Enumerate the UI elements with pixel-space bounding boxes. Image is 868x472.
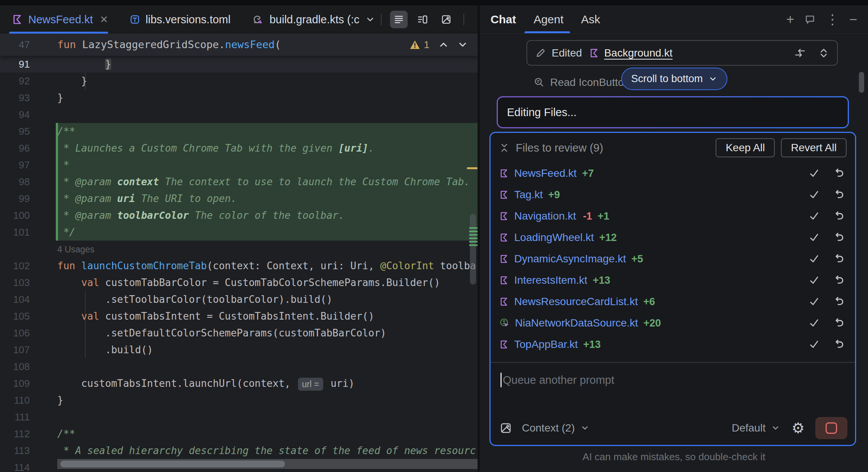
tab-newsfeed-kt[interactable]: NewsFeed.kt ✕ xyxy=(8,5,112,34)
file-link[interactable]: Tag.kt xyxy=(514,189,543,201)
keep-file-check-icon[interactable] xyxy=(808,232,820,243)
keep-file-check-icon[interactable] xyxy=(808,296,820,307)
text-caret xyxy=(500,373,502,387)
active-chat-tab-indicator xyxy=(525,31,570,33)
chevron-down-icon[interactable] xyxy=(366,15,375,24)
file-link[interactable]: NewsResourceCardList.kt xyxy=(514,296,638,308)
next-issue-icon[interactable] xyxy=(458,40,468,50)
code-line: 103 val customTabBarColor = CustomTabCol… xyxy=(0,274,478,291)
code-text: .setToolbarColor(toolbarColor).build() xyxy=(57,291,478,308)
keep-file-check-icon[interactable] xyxy=(808,210,820,222)
minimize-panel-icon[interactable]: − xyxy=(849,13,857,26)
scrollbar-added-mark xyxy=(469,244,478,246)
line-number: 109 xyxy=(0,378,57,390)
ai-chat-panel: Chat Agent Ask + ⋮ − Edited xyxy=(480,5,868,472)
line-number: 106 xyxy=(0,327,57,339)
edited-label: Edited xyxy=(552,47,582,59)
removed-count: -1 xyxy=(583,210,592,222)
tab-libs-versions-toml[interactable]: libs.versions.toml xyxy=(126,5,234,34)
collapse-icon[interactable] xyxy=(499,142,510,153)
tab-ask[interactable]: Ask xyxy=(581,13,600,26)
keep-file-check-icon[interactable] xyxy=(808,317,820,329)
file-review-row[interactable]: TopAppBar.kt+13 xyxy=(491,334,855,355)
file-review-row[interactable]: NiaNetworkDataSource.kt+20 xyxy=(491,312,855,334)
model-selector-label[interactable]: Default xyxy=(732,422,766,434)
line-number: 92 xyxy=(0,75,57,87)
revert-file-icon[interactable] xyxy=(833,232,844,243)
revert-file-icon[interactable] xyxy=(833,339,844,350)
kotlin-file-icon xyxy=(11,14,23,25)
editor-vertical-scrollbar[interactable] xyxy=(470,214,476,284)
file-review-row[interactable]: DynamicAsyncImage.kt+5 xyxy=(491,248,855,270)
gutter-change-marker xyxy=(56,224,58,241)
scroll-to-bottom-button[interactable]: Scroll to bottom xyxy=(621,68,727,90)
keep-file-check-icon[interactable] xyxy=(808,168,820,179)
file-review-row[interactable]: NewsResourceCardList.kt+6 xyxy=(491,291,855,312)
file-review-row[interactable]: NewsFeed.kt+7 xyxy=(491,163,855,184)
new-chat-icon[interactable]: + xyxy=(786,13,794,26)
tab-chat[interactable]: Chat xyxy=(491,13,516,26)
code-line: 92 } xyxy=(0,73,478,89)
chevron-down-icon[interactable] xyxy=(580,424,589,433)
edited-file-card[interactable]: Edited Background.kt xyxy=(526,40,838,66)
tab-build-gradle-kts[interactable]: build.gradle.kts (:c xyxy=(248,5,378,34)
kebab-menu-icon[interactable]: ⋮ xyxy=(826,13,839,26)
line-number: 91 xyxy=(0,58,57,70)
context-selector-label[interactable]: Context (2) xyxy=(522,422,575,434)
revert-file-icon[interactable] xyxy=(833,296,844,307)
revert-all-button[interactable]: Revert All xyxy=(781,138,847,157)
editor-horizontal-scrollbar-track[interactable] xyxy=(57,459,478,469)
chat-header: Chat Agent Ask + ⋮ − xyxy=(480,5,868,34)
close-tab-icon[interactable]: ✕ xyxy=(100,14,108,26)
line-number: 98 xyxy=(0,176,57,188)
edited-file-link[interactable]: Background.kt xyxy=(604,47,672,59)
scrollbar-added-mark xyxy=(469,241,478,242)
file-review-row[interactable]: InterestsItem.kt+13 xyxy=(491,270,855,291)
revert-file-icon[interactable] xyxy=(833,253,844,265)
editor-more-options-button[interactable]: ⋮ xyxy=(473,11,478,28)
chat-history-icon[interactable] xyxy=(804,14,816,25)
attach-image-icon[interactable] xyxy=(500,422,512,434)
keep-file-check-icon[interactable] xyxy=(808,339,820,350)
expand-collapse-icon[interactable] xyxy=(818,47,829,59)
file-review-row[interactable]: Tag.kt+9 xyxy=(491,184,855,205)
file-link[interactable]: DynamicAsyncImage.kt xyxy=(514,253,626,265)
tab-agent[interactable]: Agent xyxy=(534,13,564,26)
editor-view-split-button[interactable] xyxy=(414,11,431,28)
stop-button[interactable] xyxy=(815,417,847,439)
editor-horizontal-scrollbar-thumb[interactable] xyxy=(60,461,285,467)
scrollbar-added-mark xyxy=(469,231,478,232)
code-editor-surface[interactable]: 91 }92 }93}9495/**96 * Launches a Custom… xyxy=(0,56,478,472)
file-link[interactable]: NiaNetworkDataSource.kt xyxy=(515,317,638,329)
keep-file-check-icon[interactable] xyxy=(808,253,820,265)
revert-file-icon[interactable] xyxy=(833,317,844,329)
sticky-line-number: 47 xyxy=(0,39,57,51)
keep-file-check-icon[interactable] xyxy=(808,275,820,286)
editor-view-preview-button[interactable] xyxy=(437,11,455,28)
prompt-input[interactable]: Queue another prompt xyxy=(491,363,855,387)
editor-view-code-button[interactable] xyxy=(390,11,408,28)
chat-scrollbar-thumb[interactable] xyxy=(859,72,864,93)
chevron-down-icon[interactable] xyxy=(771,424,780,433)
usages-inlay-row: 4 Usages xyxy=(0,241,478,257)
sticky-code-header[interactable]: 47 fun LazyStaggeredGridScope.newsFeed( … xyxy=(0,34,478,56)
code-text: fun launchCustomChromeTab(context: Conte… xyxy=(57,257,478,274)
added-count: +6 xyxy=(643,296,655,308)
file-review-row[interactable]: Navigation.kt-1+1 xyxy=(491,205,855,227)
previous-issue-icon[interactable] xyxy=(439,40,449,50)
file-link[interactable]: Navigation.kt xyxy=(514,210,576,222)
revert-file-icon[interactable] xyxy=(833,168,844,179)
file-link[interactable]: InterestsItem.kt xyxy=(514,274,587,286)
revert-file-icon[interactable] xyxy=(833,210,844,222)
open-diff-icon[interactable] xyxy=(794,47,806,60)
file-link[interactable]: TopAppBar.kt xyxy=(514,338,578,351)
keep-all-button[interactable]: Keep All xyxy=(716,138,775,157)
file-review-row[interactable]: LoadingWheel.kt+12 xyxy=(491,227,855,248)
file-link[interactable]: LoadingWheel.kt xyxy=(514,231,594,244)
settings-gear-icon[interactable]: ⚙ xyxy=(792,421,805,435)
revert-file-icon[interactable] xyxy=(833,275,844,286)
revert-file-icon[interactable] xyxy=(833,189,844,200)
keep-file-check-icon[interactable] xyxy=(808,189,820,200)
code-line: 105 val customTabsIntent = CustomTabsInt… xyxy=(0,308,478,325)
file-link[interactable]: NewsFeed.kt xyxy=(514,167,577,179)
